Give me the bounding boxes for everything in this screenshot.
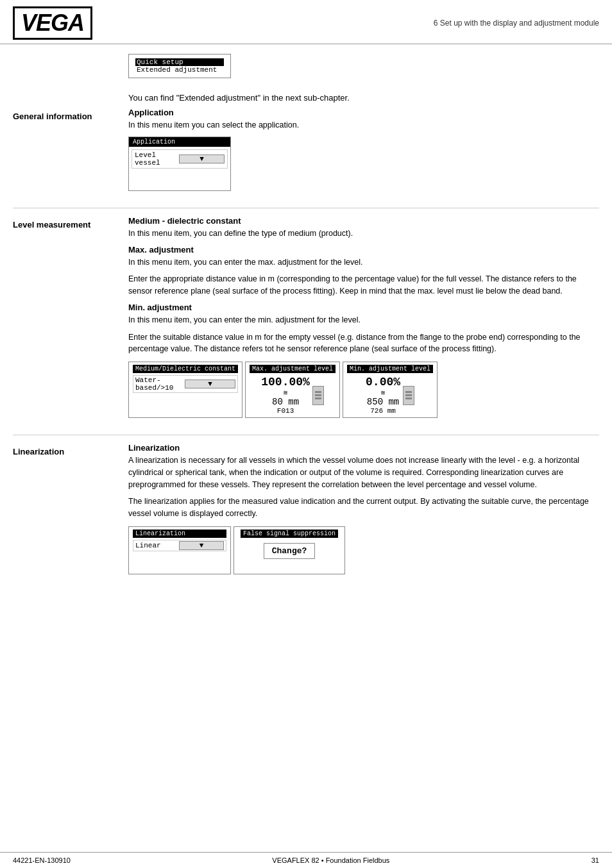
dropdown-arrow-icon[interactable]: ▼ xyxy=(179,154,225,163)
max-approx: ≅ xyxy=(284,389,288,397)
general-information-row: General information Application In this … xyxy=(0,108,612,197)
medium-description: In this menu item, you can define the ty… xyxy=(128,228,599,240)
max-slider-icon[interactable] xyxy=(312,386,324,405)
max-adjustment-box: Max. adjustment level 100.00% ≅ 80 mm F0… xyxy=(245,362,340,418)
application-description: In this menu item you can select the app… xyxy=(128,119,599,131)
min-description: In this menu item, you can enter the min… xyxy=(128,314,599,326)
min-heading: Min. adjustment xyxy=(128,303,599,312)
quick-setup-selected: Quick setup xyxy=(135,58,224,66)
medium-value: Water-based/>10 xyxy=(135,376,185,392)
change-button[interactable]: Change? xyxy=(264,543,316,559)
linearization-box: Linearization Linear ▼ xyxy=(128,526,231,574)
application-heading: Application xyxy=(128,108,599,117)
general-information-content: Application In this menu item you can se… xyxy=(128,108,612,197)
footer-document-number: 44221-EN-130910 xyxy=(13,856,71,864)
linearization-content: Linearization A linearization is necessa… xyxy=(128,443,612,574)
medium-heading: Medium - dielectric constant xyxy=(128,216,599,226)
linearization-heading: Linearization xyxy=(128,443,599,453)
quick-setup-area: Quick setup Extended adjustment xyxy=(0,44,612,88)
min-approx: ≅ xyxy=(381,389,386,397)
linearization-description2: The linearization applies for the measur… xyxy=(128,496,599,520)
extended-adjustment-item: Extended adjustment xyxy=(135,66,224,74)
max-tiny-value: F013 xyxy=(261,407,310,415)
medium-dropdown[interactable]: Water-based/>10 ▼ xyxy=(133,375,238,393)
min-adjustment-label: Min. adjustment level xyxy=(347,365,433,373)
linearization-dropdown[interactable]: Linear ▼ xyxy=(133,540,226,551)
min-big-value: 0.00% xyxy=(366,376,400,388)
header-subtitle: 6 Set up with the display and adjustment… xyxy=(434,19,599,28)
level-measurement-label: Level measurement xyxy=(0,216,128,424)
min-adjustment-box: Min. adjustment level 0.00% ≅ 850 mm 726… xyxy=(343,362,438,418)
false-signal-label: False signal suppression xyxy=(241,530,338,538)
medium-dielectric-box: Medium/Dielectric constant Water-based/>… xyxy=(128,362,242,418)
page-footer: 44221-EN-130910 VEGAFLEX 82 • Foundation… xyxy=(0,852,612,868)
footer-page-number: 31 xyxy=(591,856,599,864)
min-tiny-value: 726 mm xyxy=(366,407,400,415)
level-measurement-row: Level measurement Medium - dielectric co… xyxy=(0,216,612,424)
linearization-description1: A linearization is necessary for all ves… xyxy=(128,455,599,490)
linearization-displays: Linearization Linear ▼ False signal supp… xyxy=(128,526,599,574)
level-measurement-content: Medium - dielectric constant In this men… xyxy=(128,216,612,424)
application-screen-box: Application Level vessel ▼ xyxy=(128,137,231,191)
min-detail: Enter the suitable distance value in m f… xyxy=(128,331,599,356)
footer-product-name: VEGAFLEX 82 • Foundation Fieldbus xyxy=(272,856,389,864)
medium-dropdown-arrow-icon[interactable]: ▼ xyxy=(185,380,235,388)
vega-logo: VEGA xyxy=(13,6,92,40)
max-sub-value: 80 mm xyxy=(261,397,310,407)
linearization-value: Linear xyxy=(135,542,179,549)
max-description: In this menu item, you can enter the max… xyxy=(128,256,599,269)
min-slider-icon[interactable] xyxy=(403,386,414,405)
medium-dielectric-label: Medium/Dielectric constant xyxy=(133,365,238,373)
intro-text: You can find "Extended adjustment" in th… xyxy=(0,88,612,108)
page-header: VEGA 6 Set up with the display and adjus… xyxy=(0,0,612,44)
linearization-box-label: Linearization xyxy=(133,530,226,538)
max-big-value: 100.00% xyxy=(261,376,310,388)
linearization-section-label: Linearization xyxy=(0,443,128,574)
general-information-label: General information xyxy=(0,108,128,197)
max-heading: Max. adjustment xyxy=(128,245,599,255)
max-detail: Enter the appropriate distance value in … xyxy=(128,273,599,297)
application-screen-label: Application xyxy=(129,137,230,147)
divider-2 xyxy=(13,435,599,435)
linearization-dropdown-arrow-icon[interactable]: ▼ xyxy=(179,541,224,550)
min-sub-value: 850 mm xyxy=(366,397,400,407)
application-dropdown[interactable]: Level vessel ▼ xyxy=(132,149,228,169)
quick-setup-screen: Quick setup Extended adjustment xyxy=(128,54,231,78)
application-value: Level vessel xyxy=(135,151,179,167)
linearization-row: Linearization Linearization A linearizat… xyxy=(0,443,612,574)
false-signal-box: False signal suppression Change? xyxy=(234,526,345,574)
divider-1 xyxy=(13,208,599,208)
adjustment-displays: Medium/Dielectric constant Water-based/>… xyxy=(128,362,599,418)
max-adjustment-label: Max. adjustment level xyxy=(250,365,336,373)
